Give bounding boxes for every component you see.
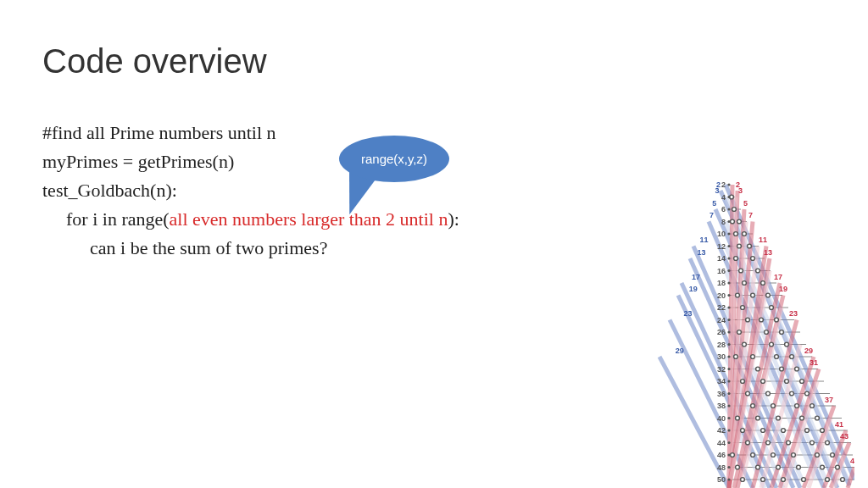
svg-point-123 — [766, 441, 771, 445]
svg-point-114 — [776, 416, 781, 420]
svg-point-163 — [727, 404, 730, 407]
even-label: 14 — [717, 254, 726, 263]
svg-point-164 — [727, 417, 730, 419]
svg-point-113 — [756, 416, 760, 420]
even-label: 4 — [721, 193, 726, 202]
svg-point-150 — [727, 245, 730, 247]
right-prime-label: 37 — [825, 396, 833, 404]
svg-point-86 — [775, 318, 779, 322]
left-prime-label: 7 — [709, 211, 714, 219]
code-line-1: #find all Prime numbers until n — [42, 122, 276, 143]
even-label: 38 — [717, 402, 726, 410]
svg-point-137 — [821, 465, 825, 469]
svg-point-71 — [737, 244, 742, 248]
svg-point-70 — [743, 232, 747, 236]
right-prime-label: 31 — [810, 358, 818, 367]
svg-point-127 — [731, 453, 735, 458]
svg-point-134 — [756, 465, 760, 469]
even-label: 12 — [717, 242, 726, 251]
svg-point-138 — [836, 465, 840, 469]
svg-point-69 — [734, 232, 738, 236]
svg-point-124 — [787, 441, 791, 445]
svg-point-161 — [727, 380, 730, 382]
svg-point-158 — [727, 343, 730, 346]
svg-point-165 — [727, 429, 730, 431]
even-label: 40 — [717, 414, 726, 423]
goldbach-diagram: 2468101214161820222426283032343638404244… — [634, 175, 854, 488]
svg-point-154 — [727, 294, 730, 297]
left-prime-labels: 2357111317192329 — [676, 180, 721, 355]
even-label: 2 — [721, 180, 726, 189]
even-label: 20 — [717, 291, 726, 300]
svg-point-125 — [810, 441, 815, 445]
right-prime-label: 17 — [774, 273, 782, 281]
right-prime-label: 5 — [743, 199, 748, 208]
svg-point-91 — [770, 342, 774, 347]
even-label: 6 — [721, 205, 726, 214]
svg-point-79 — [736, 293, 740, 297]
svg-point-159 — [727, 355, 730, 358]
svg-point-67 — [731, 219, 735, 224]
svg-point-82 — [741, 306, 745, 310]
svg-point-94 — [751, 355, 755, 359]
svg-point-80 — [751, 293, 755, 297]
svg-point-166 — [727, 441, 730, 444]
svg-point-99 — [795, 367, 799, 371]
even-label: 28 — [717, 341, 726, 349]
even-label: 10 — [717, 230, 726, 238]
svg-point-149 — [727, 232, 730, 235]
svg-point-140 — [761, 478, 765, 482]
right-prime-label: 7 — [748, 211, 753, 219]
svg-point-66 — [732, 208, 737, 212]
svg-point-118 — [761, 429, 765, 433]
left-prime-label: 19 — [689, 285, 698, 293]
svg-point-130 — [792, 453, 796, 458]
svg-point-89 — [780, 330, 784, 335]
svg-point-101 — [761, 380, 765, 384]
callout-label: range(x,y,z) — [339, 136, 449, 182]
svg-point-139 — [741, 478, 745, 482]
left-prime-label: 5 — [712, 199, 716, 208]
code-line-4c: ): — [448, 208, 459, 230]
code-line-5: can i be the sum of two primes? — [42, 234, 459, 263]
svg-point-102 — [785, 380, 789, 384]
svg-point-121 — [821, 429, 825, 433]
svg-point-122 — [746, 441, 750, 445]
left-prime-label: 11 — [700, 236, 709, 244]
svg-point-75 — [739, 269, 743, 273]
svg-point-115 — [800, 416, 804, 420]
svg-point-108 — [751, 404, 755, 408]
code-line-4a: for i in range( — [66, 208, 170, 230]
even-label: 50 — [717, 475, 726, 484]
svg-point-119 — [782, 429, 786, 433]
right-prime-label: 29 — [804, 347, 813, 355]
svg-point-73 — [734, 257, 738, 261]
svg-point-90 — [743, 342, 747, 347]
right-prime-label: 47 — [850, 457, 854, 465]
svg-point-136 — [797, 465, 801, 469]
svg-point-126 — [826, 441, 830, 445]
code-line-4b: all even numbers larger than 2 until n — [170, 208, 448, 230]
svg-point-141 — [782, 478, 786, 482]
right-prime-label: 23 — [789, 309, 798, 318]
svg-point-72 — [748, 244, 752, 248]
slide-title: Code overview — [42, 42, 267, 80]
even-label: 26 — [717, 328, 726, 336]
left-prime-label: 13 — [697, 248, 705, 257]
svg-point-146 — [727, 196, 730, 198]
svg-point-142 — [802, 478, 806, 482]
svg-point-84 — [746, 318, 750, 322]
even-label: 24 — [717, 316, 726, 324]
svg-point-143 — [826, 478, 830, 482]
svg-point-93 — [734, 355, 738, 359]
even-label: 18 — [717, 279, 726, 287]
right-prime-label: 11 — [759, 236, 767, 244]
svg-point-167 — [727, 453, 730, 456]
svg-point-81 — [766, 293, 771, 297]
right-prime-label: 3 — [738, 186, 743, 195]
svg-point-100 — [741, 380, 745, 384]
svg-point-96 — [790, 355, 794, 359]
svg-point-156 — [727, 319, 730, 321]
svg-point-133 — [736, 465, 740, 469]
even-label: 42 — [717, 426, 726, 435]
